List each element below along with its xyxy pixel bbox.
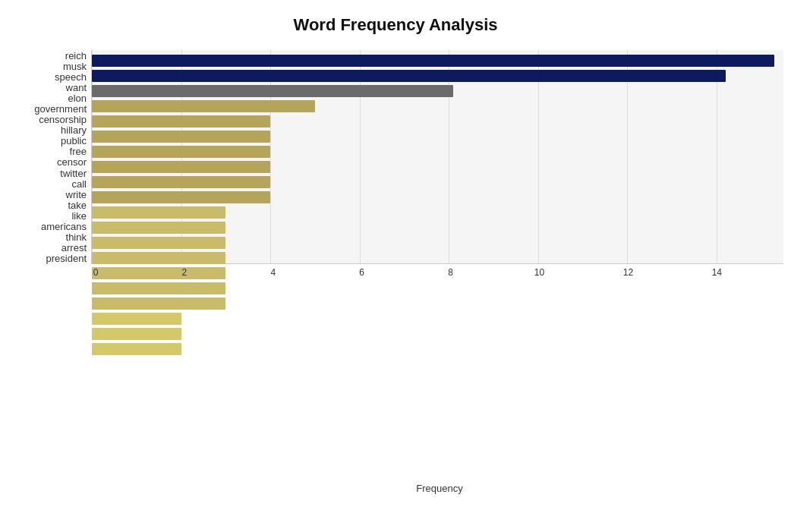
x-tick: 12 [623,267,633,278]
x-axis: 02468101214 [96,264,783,481]
x-tick: 2 [182,267,188,278]
y-label: americans [41,222,87,232]
bar-row [92,190,783,205]
chart-title: Word Frequency Analysis [294,15,498,35]
bars-grid [91,50,783,264]
x-tick: 4 [270,267,276,278]
bar-row [92,175,783,190]
bar [92,146,270,158]
bar-row [92,220,783,235]
bar [92,70,726,82]
y-label: musk [63,61,87,71]
bar-row [92,144,783,159]
bar [92,252,225,264]
bar-row [92,250,783,266]
bar [92,206,225,219]
chart-area: reichmuskspeechwantelongovernmentcensors… [8,50,783,264]
bar [92,222,225,234]
bar-row [92,159,783,175]
y-label: take [68,200,87,210]
bar-row [92,53,783,68]
y-label: write [66,189,87,200]
y-label: censorship [39,115,87,125]
y-label: free [70,146,87,157]
y-label: twitter [60,168,87,178]
y-label: call [71,178,87,189]
y-label: public [61,136,87,146]
y-label: elon [68,93,87,103]
y-label: government [34,103,87,114]
y-label: think [66,232,87,243]
bar-row [92,83,783,99]
bar [92,237,225,249]
bar [92,55,774,67]
y-label: hillary [61,125,87,136]
bar-row [92,114,783,129]
bar [92,176,270,188]
bars-wrapper [92,50,783,263]
y-label: reich [65,50,87,61]
y-label: censor [57,157,87,168]
bar [92,131,270,143]
bar [92,85,453,97]
y-label: arrest [61,243,87,253]
bar-row [92,235,783,250]
x-axis-label: Frequency [96,483,783,494]
x-tick: 10 [534,267,544,278]
bar [92,100,315,112]
y-label: speech [55,71,87,82]
x-tick: 8 [448,267,453,278]
y-label: president [46,253,87,264]
bar-row [92,129,783,144]
x-tick: 6 [359,267,364,278]
y-label: want [66,82,87,93]
x-tick: 14 [712,267,722,278]
bar-row [92,205,783,220]
x-tick: 0 [93,267,99,278]
bar-row [92,99,783,114]
y-label: like [71,210,87,221]
bar-row [92,68,783,83]
bar [92,161,270,173]
chart-container: reichmuskspeechwantelongovernmentcensors… [8,50,783,524]
y-labels: reichmuskspeechwantelongovernmentcensors… [8,50,91,264]
bar [92,115,270,127]
bar [92,191,270,203]
